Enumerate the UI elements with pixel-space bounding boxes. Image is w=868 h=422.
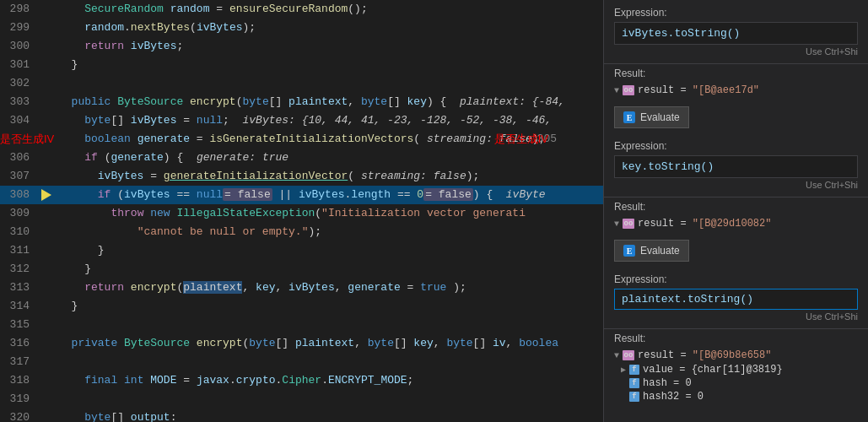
line-content: boolean generate = isGenerateInitializat… bbox=[55, 130, 553, 149]
line-number: 300 bbox=[0, 37, 38, 56]
table-row: 303 public ByteSource encrypt(byte[] pla… bbox=[0, 93, 603, 111]
line-number: 308 bbox=[0, 186, 38, 204]
table-row: 311 } bbox=[0, 241, 603, 260]
table-row: 314 } bbox=[0, 297, 603, 316]
result-arrow-3: ▼ bbox=[614, 351, 619, 360]
line-gutter bbox=[38, 0, 55, 19]
table-row: 320 byte[] output: bbox=[0, 408, 603, 422]
line-content: byte[] output: bbox=[55, 408, 603, 422]
table-row: 312 } bbox=[0, 260, 603, 279]
expression-label-1: Expression: bbox=[614, 7, 858, 19]
evaluate-button-1[interactable]: E Evaluate bbox=[614, 106, 689, 128]
expression-value-2: key.toString() bbox=[614, 155, 858, 178]
oo-icon-3: oo bbox=[623, 350, 634, 360]
debug-section-1: Expression: ivBytes.toString() Use Ctrl+… bbox=[604, 0, 868, 64]
code-editor: 298 SecureRandom random = ensureSecureRa… bbox=[0, 0, 603, 422]
line-content: "cannot be null or empty."); bbox=[55, 223, 603, 241]
line-gutter bbox=[38, 371, 55, 390]
tree-item-hash32: ▶ f hash32 = 0 bbox=[614, 390, 858, 403]
line-number: 315 bbox=[0, 316, 38, 334]
line-gutter bbox=[38, 37, 55, 56]
expression-label-2: Expression: bbox=[614, 140, 858, 152]
oo-icon-2: oo bbox=[623, 219, 634, 229]
line-gutter bbox=[38, 74, 55, 93]
field-icon-value: f bbox=[629, 365, 639, 375]
table-row: 315 bbox=[0, 316, 603, 334]
result-label-1: Result: bbox=[614, 68, 858, 79]
table-row: 318 final int MODE = javax.crypto.Cipher… bbox=[0, 371, 603, 390]
line-content: } bbox=[55, 56, 603, 74]
evaluate-icon-2: E bbox=[623, 245, 635, 257]
line-content: } bbox=[55, 297, 603, 316]
line-number: 301 bbox=[0, 56, 38, 74]
result-section-1: Result: ▼ oo result = "[B@aee17d" bbox=[604, 64, 868, 101]
result-arrow-2: ▼ bbox=[614, 219, 619, 229]
table-row: 298 SecureRandom random = ensureSecureRa… bbox=[0, 0, 603, 19]
line-number: 309 bbox=[0, 204, 38, 223]
table-row: 304 byte[] ivBytes = null; ivBytes: {10,… bbox=[0, 111, 603, 130]
table-row: 313 return encrypt(plaintext, key, ivByt… bbox=[0, 279, 603, 297]
line-content: byte[] ivBytes = null; ivBytes: {10, 44,… bbox=[55, 111, 603, 130]
ctrl-hint-2: Use Ctrl+Shi bbox=[614, 180, 858, 190]
line-number: 299 bbox=[0, 19, 38, 37]
result-section-3: Result: ▼ oo result = "[B@69b8e658" ▶ f … bbox=[604, 329, 868, 407]
line-gutter bbox=[38, 279, 55, 297]
tree-text-hash: hash = 0 bbox=[643, 377, 692, 389]
result-value-1: ▼ oo result = "[B@aee17d" bbox=[614, 83, 858, 98]
line-content: if (ivBytes == null= false || ivBytes.le… bbox=[55, 186, 603, 204]
expression-input-3[interactable] bbox=[614, 289, 858, 310]
line-number: 298 bbox=[0, 0, 38, 19]
line-gutter bbox=[38, 130, 55, 149]
field-icon-hash32: f bbox=[629, 392, 639, 402]
line-number: 306 bbox=[0, 149, 38, 167]
line-content: public ByteSource encrypt(byte[] plainte… bbox=[55, 93, 603, 111]
line-number: 312 bbox=[0, 260, 38, 279]
line-number: 318 bbox=[0, 371, 38, 390]
table-row: 319 bbox=[0, 390, 603, 408]
table-row: 308 if (ivBytes == null= false || ivByte… bbox=[0, 186, 603, 204]
result-text-2: result = "[B@29d10082" bbox=[638, 218, 771, 230]
line-gutter bbox=[38, 316, 55, 334]
line-content bbox=[55, 316, 603, 334]
table-row: 310 "cannot be null or empty."); bbox=[0, 223, 603, 241]
result-label-3: Result: bbox=[614, 333, 858, 344]
line-content: ivBytes = generateInitializationVector( … bbox=[55, 167, 603, 186]
oo-icon-1: oo bbox=[623, 85, 634, 95]
line-content: return ivBytes; bbox=[55, 37, 603, 56]
line-content: return encrypt(plaintext, key, ivBytes, … bbox=[55, 279, 603, 297]
expression-label-3: Expression: bbox=[614, 273, 858, 285]
expression-value-1: ivBytes.toString() bbox=[614, 22, 858, 45]
table-row: 302 bbox=[0, 74, 603, 93]
result-label-2: Result: bbox=[614, 201, 858, 213]
line-number: 317 bbox=[0, 353, 38, 371]
result-value-2: ▼ oo result = "[B@29d10082" bbox=[614, 216, 858, 231]
result-section-2: Result: ▼ oo result = "[B@29d10082" bbox=[604, 197, 868, 235]
code-lines: 298 SecureRandom random = ensureSecureRa… bbox=[0, 0, 603, 422]
line-gutter bbox=[38, 93, 55, 111]
debug-section-3: Expression: Use Ctrl+Shi bbox=[604, 267, 868, 329]
evaluate-icon-1: E bbox=[623, 111, 635, 123]
line-content: throw new IllegalStateException("Initial… bbox=[55, 204, 603, 223]
line-gutter bbox=[38, 56, 55, 74]
result-text-1: result = "[B@aee17d" bbox=[638, 84, 759, 96]
debug-panel: Expression: ivBytes.toString() Use Ctrl+… bbox=[603, 0, 868, 422]
result-text-3: result = "[B@69b8e658" bbox=[638, 349, 771, 361]
line-content: random.nextBytes(ivBytes); bbox=[55, 19, 603, 37]
chinese-annotation: 是否生成IV bbox=[494, 130, 548, 149]
evaluate-btn-label-1: Evaluate bbox=[640, 111, 680, 123]
result-value-3: ▼ oo result = "[B@69b8e658" bbox=[614, 348, 858, 363]
table-row: 300 return ivBytes; bbox=[0, 37, 603, 56]
table-row: 309 throw new IllegalStateException("Ini… bbox=[0, 204, 603, 223]
result-arrow-1: ▼ bbox=[614, 86, 619, 95]
line-content: } bbox=[55, 260, 603, 279]
evaluate-button-2[interactable]: E Evaluate bbox=[614, 240, 689, 262]
line-number: 304 bbox=[0, 111, 38, 130]
line-gutter bbox=[38, 204, 55, 223]
line-gutter bbox=[38, 260, 55, 279]
tree-text-value: value = {char[11]@3819} bbox=[643, 364, 783, 376]
line-content bbox=[55, 390, 603, 408]
line-gutter bbox=[38, 19, 55, 37]
line-number: 316 bbox=[0, 334, 38, 353]
line-gutter bbox=[38, 149, 55, 167]
tree-item-hash: ▶ f hash = 0 bbox=[614, 376, 858, 390]
